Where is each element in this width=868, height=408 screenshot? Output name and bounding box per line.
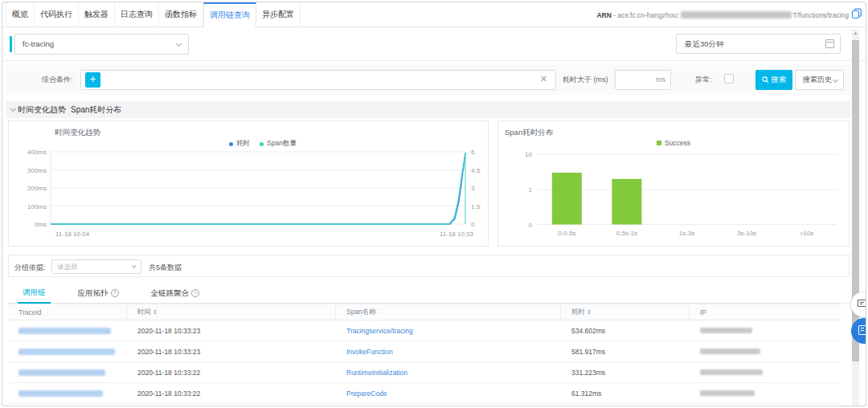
arn-label: ARN (596, 11, 611, 19)
function-select-value: fc-tracing (23, 39, 54, 48)
main-tab-2[interactable]: 触发器 (79, 2, 115, 27)
time-cell: 2020-11-18 10:33:23 (127, 320, 336, 341)
function-select[interactable]: fc-tracing (14, 34, 189, 55)
ms-suffix: ms (656, 75, 665, 84)
sub-tab-1[interactable]: 应用拓扑? (73, 283, 124, 304)
svg-text:100ms: 100ms (27, 203, 47, 210)
main-tab-5[interactable]: 调用链查询 (203, 2, 256, 28)
span-name-link[interactable]: InvokeFunction (346, 348, 393, 356)
condition-input[interactable]: + ✕ (80, 70, 556, 90)
chevron-down-icon (176, 41, 182, 47)
main-tab-4[interactable]: 函数指标 (159, 2, 203, 27)
time-range-picker[interactable]: 最近30分钟 (676, 34, 841, 54)
sub-tab-0[interactable]: 调用链 (18, 283, 51, 304)
svg-text:1.5: 1.5 (471, 203, 481, 210)
span-name-link[interactable]: PrepareCode (346, 390, 387, 398)
table-header: TraceId时间Span名称耗时IP (8, 304, 841, 320)
sub-tab-label: 应用拓扑 (78, 284, 108, 303)
svg-text:1: 1 (529, 186, 533, 194)
table-row: 2020-11-18 10:33:23Tracingservice/tracin… (8, 320, 841, 341)
table-row: 2020-11-18 10:33:22PrepareCode61.312ms (8, 383, 841, 404)
copy-arn-icon[interactable] (851, 8, 862, 19)
sub-tab-2[interactable]: 全链路聚合? (146, 283, 205, 304)
console-panel: 概览代码执行触发器日志查询函数指标调用链查询异步配置 ARN - acs:fc:… (2, 2, 866, 406)
main-tab-bar: 概览代码执行触发器日志查询函数指标调用链查询异步配置 ARN - acs:fc:… (2, 2, 866, 27)
help-icon[interactable]: ? (111, 289, 119, 297)
arn-redacted (681, 11, 792, 18)
main-tab-0[interactable]: 概览 (6, 2, 35, 27)
error-checkbox[interactable] (724, 74, 734, 84)
trace-id-redacted[interactable] (18, 369, 105, 376)
sort-icon[interactable] (588, 309, 591, 315)
time-range-value: 最近30分钟 (685, 39, 724, 48)
trace-id-redacted[interactable] (18, 328, 111, 334)
svg-text:1s-3s: 1s-3s (679, 230, 695, 237)
group-by-placeholder: 请选择 (57, 263, 78, 271)
sort-icon[interactable] (154, 309, 157, 315)
main-tab-6[interactable]: 异步配置 (256, 2, 301, 27)
column-header-0: TraceId (8, 304, 127, 320)
svg-text:400ms: 400ms (27, 149, 47, 156)
time-cell: 2020-11-18 10:33:22 (127, 383, 336, 403)
result-count: 共5条数据 (149, 263, 182, 273)
search-history-button[interactable]: 搜索历史 (795, 70, 844, 90)
svg-text:6: 6 (471, 149, 475, 156)
main-tab-1[interactable]: 代码执行 (35, 2, 79, 27)
main-tab-3[interactable]: 日志查询 (115, 2, 159, 27)
duration-cell: 61.312ms (561, 383, 690, 403)
sub-tab-label: 全链路聚合 (151, 284, 190, 303)
column-header-label: 耗时 (571, 308, 585, 317)
search-history-label: 搜索历史 (803, 75, 832, 84)
svg-text:300ms: 300ms (27, 167, 47, 174)
survey-icon (858, 325, 866, 335)
section-title-trend: 时间变化趋势 (18, 101, 66, 118)
span-name-link[interactable]: RuntimeInitialization (346, 369, 407, 377)
span-name-link[interactable]: Tracingservice/tracing (346, 327, 413, 335)
section-header[interactable]: 时间变化趋势 Span耗时分布 (6, 101, 850, 118)
svg-text:3: 3 (471, 185, 475, 192)
svg-text:0ms: 0ms (35, 221, 47, 228)
ip-redacted (700, 369, 763, 375)
duration-input[interactable]: ms (615, 70, 671, 90)
column-header-1[interactable]: 时间 (127, 304, 336, 320)
arn-suffix: T/functions/tracing (793, 11, 849, 19)
condition-label: 综合条件: (42, 75, 73, 85)
sub-tabs: 调用链应用拓扑?全链路聚合? (8, 283, 850, 304)
arn-prefix: - acs:fc:cn-hangzhou: (612, 11, 679, 19)
svg-text:>10s: >10s (800, 230, 814, 237)
column-header-label: Span名称 (346, 308, 376, 317)
svg-text:11-18 10:04: 11-18 10:04 (55, 231, 90, 238)
line-chart-card: 时间变化趋势 耗时Span数量 400ms6300ms4.5200ms3100m… (8, 120, 489, 247)
ip-redacted (700, 328, 752, 333)
svg-text:0.5s-1s: 0.5s-1s (616, 230, 637, 237)
bar-chart: 10100-0.5s0.5s-1s1s-3s3s-10s>10s (498, 121, 850, 247)
time-cell: 2020-11-18 10:33:22 (127, 362, 336, 382)
column-header-label: TraceId (18, 308, 42, 316)
scrollbar-up-arrow[interactable]: ▲ (852, 31, 859, 35)
help-icon[interactable]: ? (191, 289, 199, 297)
group-by-label: 分组依据: (14, 263, 46, 273)
group-by-select[interactable]: 请选择 (51, 259, 141, 274)
search-button[interactable]: 搜索 (755, 70, 792, 90)
trace-id-redacted[interactable] (18, 390, 103, 397)
calendar-icon (825, 39, 834, 48)
time-cell: 2020-11-18 10:33:23 (127, 341, 336, 361)
filter-bar: 综合条件: + ✕ 耗时大于 (ms) ms 异常: 搜索 搜索历史 (6, 64, 850, 95)
column-header-3[interactable]: 耗时 (561, 304, 690, 320)
trace-table: TraceId时间Span名称耗时IP 2020-11-18 10:33:23T… (8, 304, 841, 404)
svg-text:11-18 10:33: 11-18 10:33 (440, 231, 474, 238)
column-header-label: 时间 (137, 308, 151, 317)
column-header-4: IP (690, 304, 841, 320)
table-row: 2020-11-18 10:33:22RuntimeInitialization… (8, 362, 841, 383)
accent-bar (10, 36, 12, 52)
column-header-label: IP (700, 308, 706, 316)
trace-id-redacted[interactable] (18, 349, 115, 355)
search-icon (762, 76, 769, 84)
duration-cell: 534.602ms (561, 320, 690, 341)
svg-text:10: 10 (525, 151, 532, 158)
line-chart: 400ms6300ms4.5200ms3100ms1.50ms011-18 10… (9, 121, 489, 247)
add-condition-button[interactable]: + (85, 72, 100, 88)
duration-cell: 581.917ms (561, 341, 690, 361)
clear-icon[interactable]: ✕ (540, 74, 547, 84)
ip-redacted (700, 390, 755, 396)
